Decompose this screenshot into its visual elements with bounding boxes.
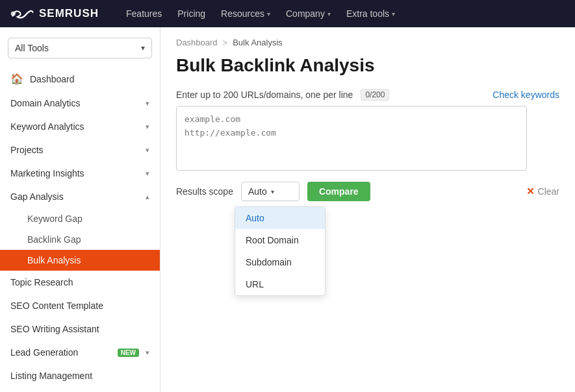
sidebar-item-label: Keyword Analytics (10, 121, 139, 132)
url-count-badge: 0/200 (361, 89, 389, 101)
sidebar: All Tools ▾ 🏠 Dashboard Domain Analytics… (0, 27, 160, 392)
scope-selected-value: Auto (248, 186, 267, 197)
nav-pricing[interactable]: Pricing (171, 5, 212, 23)
svg-point-0 (11, 11, 16, 16)
sidebar-item-listing-management[interactable]: Listing Management (0, 364, 160, 387)
dropdown-item-url[interactable]: URL (235, 273, 325, 295)
domain-analytics-chevron-icon: ▾ (146, 99, 149, 108)
sidebar-item-label: Gap Analysis (10, 191, 139, 202)
sidebar-sub-item-label: Backlink Gap (27, 234, 81, 245)
nav-extra-tools[interactable]: Extra tools ▾ (340, 5, 402, 23)
sidebar-sub-item-keyword-gap[interactable]: Keyword Gap (0, 208, 160, 229)
sidebar-sub-item-label: Bulk Analysis (27, 255, 81, 265)
sidebar-item-label: Projects (10, 145, 139, 155)
main-layout: All Tools ▾ 🏠 Dashboard Domain Analytics… (0, 27, 575, 392)
sidebar-item-label: SEO Content Template (10, 300, 149, 311)
sidebar-item-seo-writing-assistant[interactable]: SEO Writing Assistant (0, 317, 160, 341)
gap-analysis-chevron-icon: ▴ (146, 193, 149, 201)
results-scope-row: Results scope Auto ▾ Compare ✕ Clear Aut… (176, 182, 559, 201)
sidebar-item-label: Domain Analytics (10, 98, 139, 108)
tools-select[interactable]: All Tools ▾ (8, 38, 152, 58)
sidebar-item-dashboard[interactable]: 🏠 Dashboard (0, 66, 160, 92)
company-chevron-icon: ▾ (327, 10, 331, 18)
nav-resources[interactable]: Resources ▾ (214, 5, 277, 23)
sidebar-item-gap-analysis[interactable]: Gap Analysis ▴ (0, 185, 160, 208)
compare-button[interactable]: Compare (307, 182, 370, 201)
projects-chevron-icon: ▾ (146, 146, 149, 154)
dashboard-icon: 🏠 (10, 73, 23, 85)
sidebar-sub-item-bulk-analysis[interactable]: Bulk Analysis (0, 250, 160, 271)
sidebar-item-lead-generation[interactable]: Lead Generation NEW ▾ (0, 341, 160, 364)
clear-x-icon: ✕ (526, 186, 535, 197)
breadcrumb-home[interactable]: Dashboard (176, 38, 218, 47)
sidebar-sub-item-label: Keyword Gap (27, 214, 83, 224)
extra-tools-chevron-icon: ▾ (392, 10, 395, 18)
sidebar-item-label: Lead Generation (10, 347, 107, 358)
logo-text: semrush (39, 7, 99, 20)
sidebar-item-label: Listing Management (10, 371, 149, 381)
sidebar-sub-item-backlink-gap[interactable]: Backlink Gap (0, 229, 160, 250)
clear-button[interactable]: ✕ Clear (526, 186, 559, 197)
breadcrumb-current: Bulk Analysis (233, 38, 283, 47)
clear-btn-label: Clear (538, 186, 559, 197)
logo[interactable]: semrush (10, 6, 99, 21)
tools-select-label: All Tools (15, 43, 49, 53)
sidebar-item-projects[interactable]: Projects ▾ (0, 138, 160, 162)
resources-chevron-icon: ▾ (267, 10, 270, 18)
check-keywords-link[interactable]: Check keywords (492, 90, 559, 100)
marketing-insights-chevron-icon: ▾ (146, 169, 149, 178)
sidebar-item-keyword-analytics[interactable]: Keyword Analytics ▾ (0, 115, 160, 138)
scope-select-button[interactable]: Auto ▾ (241, 182, 300, 201)
url-input-row: Enter up to 200 URLs/domains, one per li… (176, 89, 559, 101)
sidebar-item-label: Dashboard (30, 74, 149, 84)
top-nav: semrush Features Pricing Resources ▾ Com… (0, 0, 575, 27)
sidebar-item-marketing-insights[interactable]: Marketing Insights ▾ (0, 162, 160, 185)
tools-select-chevron-icon: ▾ (141, 43, 145, 53)
url-textarea[interactable] (176, 106, 527, 171)
nav-links: Features Pricing Resources ▾ Company ▾ E… (120, 5, 402, 23)
sidebar-item-topic-research[interactable]: Topic Research (0, 271, 160, 294)
dropdown-item-auto[interactable]: Auto (235, 207, 325, 229)
new-badge: NEW (118, 349, 139, 357)
dropdown-item-subdomain[interactable]: Subdomain (235, 251, 325, 273)
keyword-analytics-chevron-icon: ▾ (146, 123, 149, 131)
scope-chevron-icon: ▾ (271, 188, 274, 195)
nav-features[interactable]: Features (120, 5, 168, 23)
page-title: Bulk Backlink Analysis (176, 55, 559, 76)
sidebar-item-label: Topic Research (10, 277, 149, 288)
sidebar-item-domain-analytics[interactable]: Domain Analytics ▾ (0, 92, 160, 115)
breadcrumb: Dashboard > Bulk Analysis (176, 38, 559, 47)
scope-dropdown-menu: Auto Root Domain Subdomain URL (235, 206, 326, 296)
sidebar-item-seo-content-template[interactable]: SEO Content Template (0, 294, 160, 317)
breadcrumb-separator: > (223, 38, 228, 47)
sidebar-item-label: Marketing Insights (10, 168, 139, 178)
sidebar-item-label: SEO Writing Assistant (10, 324, 149, 334)
url-input-label: Enter up to 200 URLs/domains, one per li… (176, 90, 353, 100)
results-scope-label: Results scope (176, 186, 233, 197)
main-content: Dashboard > Bulk Analysis Bulk Backlink … (160, 27, 575, 392)
dropdown-item-root-domain[interactable]: Root Domain (235, 229, 325, 251)
nav-company[interactable]: Company ▾ (279, 5, 337, 23)
lead-gen-chevron-icon: ▾ (146, 349, 149, 357)
